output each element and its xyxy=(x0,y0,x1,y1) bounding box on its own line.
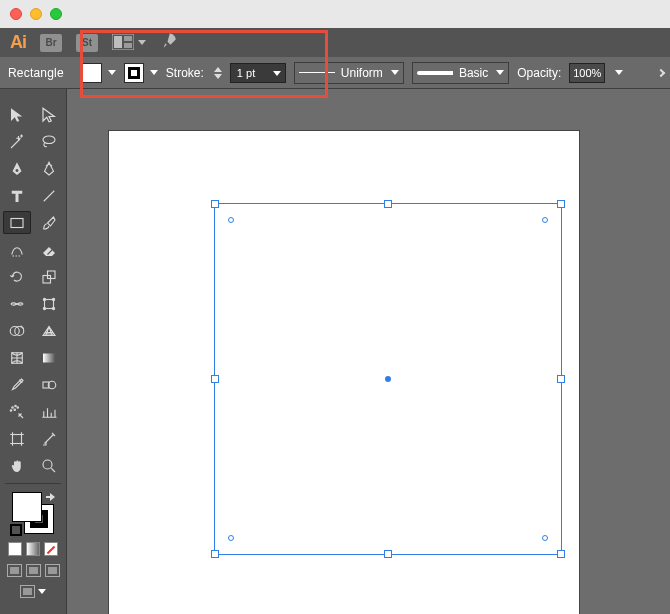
svg-rect-6 xyxy=(43,275,51,283)
svg-point-23 xyxy=(17,406,19,408)
line-segment-tool[interactable] xyxy=(35,184,63,207)
fill-stroke-swatches[interactable] xyxy=(12,492,54,534)
zoom-tool[interactable] xyxy=(35,454,63,477)
svg-rect-7 xyxy=(48,271,56,279)
mesh-tool[interactable] xyxy=(3,346,31,369)
titlebar xyxy=(0,0,670,28)
chevron-down-icon xyxy=(496,70,504,75)
opacity-label: Opacity: xyxy=(517,66,561,80)
pen-tool[interactable] xyxy=(3,157,31,180)
selection-type-label: Rectangle xyxy=(8,66,64,80)
draw-inside-button[interactable] xyxy=(45,564,60,577)
paintbrush-tool[interactable] xyxy=(35,211,63,234)
app-menubar: Ai Br St xyxy=(0,28,670,57)
free-transform-tool[interactable] xyxy=(35,292,63,315)
swap-fill-stroke-icon[interactable] xyxy=(44,490,56,508)
magic-wand-tool[interactable] xyxy=(3,130,31,153)
illustrator-logo: Ai xyxy=(10,32,26,53)
default-fill-stroke-icon[interactable] xyxy=(10,524,22,536)
gpu-performance-button[interactable] xyxy=(160,32,178,54)
window-close-button[interactable] xyxy=(10,8,22,20)
gradient-tool[interactable] xyxy=(35,346,63,369)
window-maximize-button[interactable] xyxy=(50,8,62,20)
direct-selection-tool[interactable] xyxy=(35,103,63,126)
none-mode-button[interactable] xyxy=(44,542,58,556)
screen-mode-button[interactable] xyxy=(20,585,46,598)
selection-tool[interactable] xyxy=(3,103,31,126)
scale-tool[interactable] xyxy=(35,265,63,288)
tools-panel xyxy=(0,89,67,614)
symbol-sprayer-tool[interactable] xyxy=(3,400,31,423)
svg-rect-1 xyxy=(114,36,122,48)
chevron-down-icon xyxy=(138,40,146,45)
svg-point-22 xyxy=(14,409,16,411)
type-tool[interactable] xyxy=(3,184,31,207)
shaper-tool[interactable] xyxy=(3,238,31,261)
canvas-area[interactable] xyxy=(67,89,670,614)
fill-swatch[interactable] xyxy=(82,63,102,83)
curvature-tool[interactable] xyxy=(35,157,63,180)
svg-rect-2 xyxy=(124,36,132,41)
svg-rect-8 xyxy=(45,299,54,308)
stroke-label: Stroke: xyxy=(166,66,204,80)
column-graph-tool[interactable] xyxy=(35,400,63,423)
hand-tool[interactable] xyxy=(3,454,31,477)
svg-rect-5 xyxy=(11,218,23,227)
step-up-icon[interactable] xyxy=(214,67,222,72)
draw-modes xyxy=(7,564,60,577)
artboard[interactable] xyxy=(109,131,579,614)
blend-tool[interactable] xyxy=(35,373,63,396)
color-mode-button[interactable] xyxy=(8,542,22,556)
rotate-tool[interactable] xyxy=(3,265,31,288)
draw-normal-button[interactable] xyxy=(7,564,22,577)
variable-width-profile[interactable]: Uniform xyxy=(294,62,404,84)
rectangle-tool[interactable] xyxy=(3,211,31,234)
svg-point-20 xyxy=(15,405,17,407)
fill-dropdown-icon[interactable] xyxy=(108,70,116,75)
stroke-weight-stepper[interactable] xyxy=(214,67,222,79)
arrange-documents-button[interactable] xyxy=(112,34,146,52)
workspace: ✕ Untitled-1* @ 100% (RGB/GPU Preview) xyxy=(0,89,670,614)
lasso-tool[interactable] xyxy=(35,130,63,153)
eyedropper-tool[interactable] xyxy=(3,373,31,396)
svg-rect-16 xyxy=(43,353,55,362)
stroke-dropdown-icon[interactable] xyxy=(150,70,158,75)
stroke-swatch[interactable] xyxy=(124,63,144,83)
control-bar: Rectangle Stroke: 1 pt Uniform Basic Opa… xyxy=(0,57,670,89)
width-tool[interactable] xyxy=(3,292,31,315)
gradient-mode-button[interactable] xyxy=(26,542,40,556)
chevron-down-icon xyxy=(38,589,46,594)
slice-tool[interactable] xyxy=(35,427,63,450)
stock-button[interactable]: St xyxy=(76,34,98,52)
eraser-tool[interactable] xyxy=(35,238,63,261)
bridge-button[interactable]: Br xyxy=(40,34,62,52)
svg-rect-24 xyxy=(13,434,22,443)
stroke-weight-field[interactable]: 1 pt xyxy=(230,63,286,83)
chevron-down-icon xyxy=(273,71,281,76)
selection-center-icon xyxy=(385,376,391,382)
shape-builder-tool[interactable] xyxy=(3,319,31,342)
svg-rect-3 xyxy=(124,43,132,48)
artboard-tool[interactable] xyxy=(3,427,31,450)
profile-label: Uniform xyxy=(341,66,383,80)
svg-point-21 xyxy=(10,409,12,411)
step-down-icon[interactable] xyxy=(214,74,222,79)
brush-definition[interactable]: Basic xyxy=(412,62,509,84)
perspective-grid-tool[interactable] xyxy=(35,319,63,342)
svg-point-25 xyxy=(43,460,52,469)
chevron-down-icon xyxy=(391,70,399,75)
color-modes xyxy=(8,542,58,556)
svg-point-19 xyxy=(12,406,14,408)
brush-label: Basic xyxy=(459,66,488,80)
selected-rectangle[interactable] xyxy=(214,203,562,555)
window-minimize-button[interactable] xyxy=(30,8,42,20)
more-options-icon[interactable] xyxy=(657,68,665,76)
opacity-dropdown-icon[interactable] xyxy=(615,70,623,75)
draw-behind-button[interactable] xyxy=(26,564,41,577)
opacity-field[interactable]: 100% xyxy=(569,63,605,83)
stroke-weight-value: 1 pt xyxy=(237,67,255,79)
svg-point-4 xyxy=(43,136,55,144)
fill-swatch-large[interactable] xyxy=(12,492,42,522)
